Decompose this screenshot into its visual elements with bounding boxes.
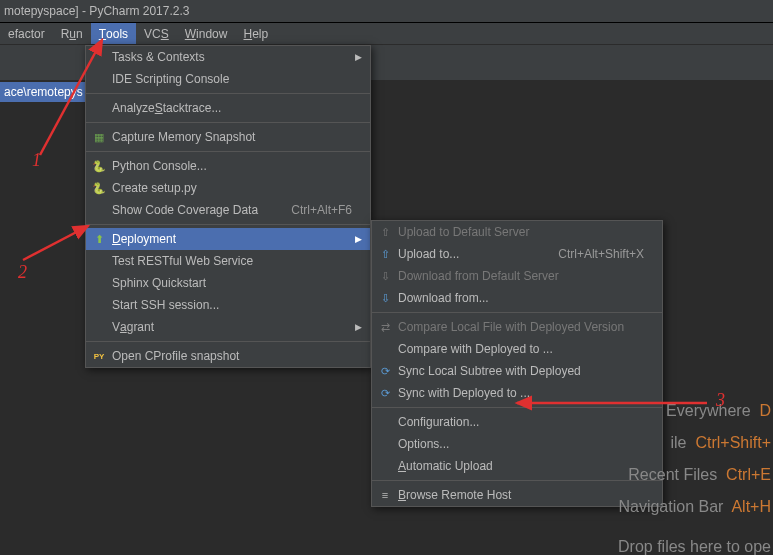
menu-test-restful[interactable]: Test RESTful Web Service <box>86 250 370 272</box>
upload-icon: ⇧ <box>377 246 393 262</box>
menu-capture-memory[interactable]: ▦ Capture Memory Snapshot <box>86 126 370 148</box>
menu-separator <box>86 93 370 94</box>
annotation-label-2: 2 <box>18 262 27 283</box>
menu-tools[interactable]: Tools <box>91 23 136 44</box>
menu-separator <box>86 151 370 152</box>
menu-download-from[interactable]: ⇩ Download from... <box>372 287 662 309</box>
menu-separator <box>86 122 370 123</box>
download-icon: ⇩ <box>377 290 393 306</box>
menu-ide-scripting[interactable]: IDE Scripting Console <box>86 68 370 90</box>
menu-upload-default: ⇧ Upload to Default Server <box>372 221 662 243</box>
menu-refactor[interactable]: efactor <box>0 23 53 44</box>
menu-start-ssh[interactable]: Start SSH session... <box>86 294 370 316</box>
memory-icon: ▦ <box>91 129 107 145</box>
python-file-icon: 🐍 <box>91 180 107 196</box>
menu-compare-with[interactable]: Compare with Deployed to ... <box>372 338 662 360</box>
tools-dropdown: Tasks & Contexts▶ IDE Scripting Console … <box>85 45 371 368</box>
menu-analyze-stacktrace[interactable]: Analyze Stacktrace... <box>86 97 370 119</box>
chevron-right-icon: ▶ <box>355 322 362 332</box>
shortcut-text: Ctrl+Alt+F6 <box>291 203 352 217</box>
menu-help[interactable]: Help <box>235 23 276 44</box>
window-titlebar: motepyspace] - PyCharm 2017.2.3 <box>0 0 773 23</box>
menu-vcs[interactable]: VCS <box>136 23 177 44</box>
menu-upload-to[interactable]: ⇧ Upload to... Ctrl+Alt+Shift+X <box>372 243 662 265</box>
annotation-label-1: 1 <box>32 150 41 171</box>
menu-show-coverage[interactable]: Show Code Coverage Data Ctrl+Alt+F6 <box>86 199 370 221</box>
menu-download-default: ⇩ Download from Default Server <box>372 265 662 287</box>
svg-line-1 <box>23 226 88 260</box>
menu-run[interactable]: Run <box>53 23 91 44</box>
menu-sync-local[interactable]: ⟳ Sync Local Subtree with Deployed <box>372 360 662 382</box>
menu-separator <box>86 224 370 225</box>
menu-window[interactable]: Window <box>177 23 236 44</box>
upload-icon: ⇧ <box>377 224 393 240</box>
chevron-right-icon: ▶ <box>355 234 362 244</box>
menu-separator <box>372 312 662 313</box>
breadcrumb[interactable]: ace\remotepys <box>0 82 87 102</box>
sync-icon: ⟳ <box>377 363 393 379</box>
window-title: motepyspace] - PyCharm 2017.2.3 <box>4 4 189 18</box>
menu-separator <box>86 341 370 342</box>
menu-create-setup[interactable]: 🐍 Create setup.py <box>86 177 370 199</box>
sync-icon: ⟳ <box>377 385 393 401</box>
menu-sphinx[interactable]: Sphinx Quickstart <box>86 272 370 294</box>
python-icon: PY <box>91 348 107 364</box>
download-icon: ⇩ <box>377 268 393 284</box>
welcome-hints: Everywhere D ile Ctrl+Shift+ Recent File… <box>618 395 773 555</box>
menubar: efactor Run Tools VCS Window Help <box>0 23 773 45</box>
deployment-icon: ⬆ <box>91 231 107 247</box>
compare-icon: ⇄ <box>377 319 393 335</box>
menu-python-console[interactable]: 🐍 Python Console... <box>86 155 370 177</box>
menu-open-cprofile[interactable]: PY Open CProfile snapshot <box>86 345 370 367</box>
shortcut-text: Ctrl+Alt+Shift+X <box>558 247 644 261</box>
chevron-right-icon: ▶ <box>355 52 362 62</box>
list-icon: ≡ <box>377 487 393 503</box>
menu-vagrant[interactable]: Vagrant ▶ <box>86 316 370 338</box>
menu-tasks-contexts[interactable]: Tasks & Contexts▶ <box>86 46 370 68</box>
menu-compare-local: ⇄ Compare Local File with Deployed Versi… <box>372 316 662 338</box>
menu-deployment[interactable]: ⬆ Deployment ▶ <box>86 228 370 250</box>
python-icon: 🐍 <box>91 158 107 174</box>
